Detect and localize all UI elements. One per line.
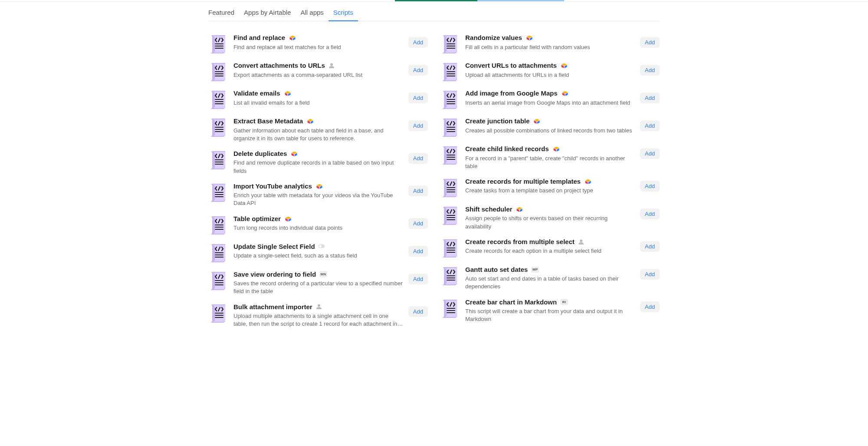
script-icon bbox=[208, 215, 228, 235]
script-description: This script will create a bar chart from… bbox=[465, 307, 635, 323]
script-title: Import YouTube analytics bbox=[233, 182, 312, 191]
script-card[interactable]: Create records from multiple selectCreat… bbox=[440, 234, 660, 262]
script-body: Create records for multiple templatesCre… bbox=[465, 177, 635, 195]
add-button[interactable]: Add bbox=[640, 37, 660, 48]
script-card[interactable]: Convert attachments to URLsExport attach… bbox=[208, 58, 428, 86]
script-icon bbox=[208, 61, 228, 82]
script-description: Export attachments as a comma-separated … bbox=[233, 71, 403, 79]
airtable-logo-icon bbox=[533, 118, 541, 124]
airtable-logo-icon bbox=[284, 90, 292, 96]
add-button[interactable]: Add bbox=[408, 246, 428, 257]
tab-scripts[interactable]: Scripts bbox=[329, 4, 358, 21]
script-title: Delete duplicates bbox=[233, 149, 287, 158]
script-icon bbox=[440, 117, 460, 138]
script-card[interactable]: Save view ordering to fieldMNSaves the r… bbox=[208, 267, 428, 299]
tab-all-apps[interactable]: All apps bbox=[296, 4, 328, 21]
add-button[interactable]: Add bbox=[408, 218, 428, 229]
script-body: Shift schedulerAssign people to shifts o… bbox=[465, 205, 635, 231]
script-card[interactable]: Bulk attachment importerUpload multiple … bbox=[208, 299, 428, 332]
script-icon bbox=[440, 177, 460, 198]
script-icon bbox=[208, 270, 228, 291]
script-card[interactable]: Import YouTube analyticsEnrich your tabl… bbox=[208, 178, 428, 211]
add-button[interactable]: Add bbox=[408, 93, 428, 103]
script-description: Assign people to shifts or events based … bbox=[465, 215, 635, 230]
add-button[interactable]: Add bbox=[640, 120, 660, 131]
script-card[interactable]: Create junction tableCreates all possibl… bbox=[440, 113, 660, 141]
script-description: Creates all possible combinations of lin… bbox=[465, 127, 635, 135]
add-button[interactable]: Add bbox=[408, 306, 428, 317]
script-card[interactable]: Add image from Google MapsInserts an aer… bbox=[440, 86, 660, 113]
script-body: Add image from Google MapsInserts an aer… bbox=[465, 89, 635, 107]
category-tabs: Featured Apps by Airtable All apps Scrip… bbox=[208, 4, 660, 21]
on-toggle-icon bbox=[319, 243, 325, 249]
script-title: Create records for multiple templates bbox=[465, 177, 581, 186]
add-button[interactable]: Add bbox=[640, 241, 660, 252]
add-button[interactable]: Add bbox=[640, 93, 660, 103]
script-card[interactable]: Shift schedulerAssign people to shifts o… bbox=[440, 202, 660, 234]
add-button[interactable]: Add bbox=[640, 148, 660, 159]
script-icon bbox=[208, 149, 228, 170]
script-title: Create junction table bbox=[465, 117, 529, 126]
script-body: Randomize valuesFill all cells in a part… bbox=[465, 33, 635, 51]
add-button[interactable]: Add bbox=[408, 185, 428, 196]
script-title: Bulk attachment importer bbox=[233, 303, 312, 311]
author-initials-badge: RI bbox=[560, 299, 568, 305]
add-button[interactable]: Add bbox=[408, 65, 428, 76]
script-card[interactable]: Create records for multiple templatesCre… bbox=[440, 174, 660, 202]
script-card[interactable]: Validate emailsList all invalid emails f… bbox=[208, 86, 428, 113]
script-icon bbox=[440, 145, 460, 165]
add-button[interactable]: Add bbox=[640, 65, 660, 76]
add-button[interactable]: Add bbox=[408, 274, 428, 284]
script-card[interactable]: Update Single Select FieldUpdate a singl… bbox=[208, 239, 428, 267]
tab-apps-by-airtable[interactable]: Apps by Airtable bbox=[239, 4, 296, 21]
script-body: Extract Base MetadataGather information … bbox=[233, 117, 403, 142]
airtable-logo-icon bbox=[560, 63, 568, 69]
script-body: Create records from multiple selectCreat… bbox=[465, 238, 635, 255]
script-icon bbox=[208, 303, 228, 324]
airtable-logo-icon bbox=[516, 206, 523, 212]
script-description: Fill all cells in a particular field wit… bbox=[465, 43, 635, 51]
add-button[interactable]: Add bbox=[640, 181, 660, 192]
script-title: Convert URLs to attachments bbox=[465, 61, 557, 70]
script-body: Update Single Select FieldUpdate a singl… bbox=[233, 242, 403, 260]
script-icon bbox=[208, 242, 228, 263]
script-body: Create bar chart in MarkdownRIThis scrip… bbox=[465, 298, 635, 324]
script-body: Create child linked recordsFor a record … bbox=[465, 145, 635, 170]
script-card[interactable]: Create child linked recordsFor a record … bbox=[440, 141, 660, 174]
add-button[interactable]: Add bbox=[640, 208, 660, 219]
script-title: Create child linked records bbox=[465, 145, 549, 153]
add-button[interactable]: Add bbox=[408, 153, 428, 164]
script-description: For a record in a "parent" table, create… bbox=[465, 155, 635, 170]
script-description: Update a single-select field, such as a … bbox=[233, 252, 403, 260]
script-card[interactable]: Convert URLs to attachmentsUpload all at… bbox=[440, 58, 660, 86]
script-description: Enrich your table with metadata for your… bbox=[233, 192, 403, 207]
script-card[interactable]: Extract Base MetadataGather information … bbox=[208, 113, 428, 146]
script-body: Delete duplicatesFind and remove duplica… bbox=[233, 149, 403, 175]
script-card[interactable]: Create bar chart in MarkdownRIThis scrip… bbox=[440, 294, 660, 327]
script-icon bbox=[440, 205, 460, 226]
script-icon bbox=[440, 298, 460, 319]
script-body: Table optimizerTurn long records into in… bbox=[233, 215, 403, 232]
script-card[interactable]: Gantt auto set datesMPAuto set start and… bbox=[440, 262, 660, 294]
script-icon bbox=[208, 117, 228, 138]
add-button[interactable]: Add bbox=[640, 301, 660, 312]
tab-featured[interactable]: Featured bbox=[208, 4, 239, 21]
script-body: Find and replaceFind and replace all tex… bbox=[233, 33, 403, 51]
scripts-grid: Find and replaceFind and replace all tex… bbox=[208, 30, 660, 331]
script-description: List all invalid emails for a field bbox=[233, 99, 403, 107]
script-title: Convert attachments to URLs bbox=[233, 61, 325, 70]
airtable-logo-icon bbox=[561, 90, 569, 96]
add-button[interactable]: Add bbox=[408, 37, 428, 48]
script-title: Create bar chart in Markdown bbox=[465, 298, 557, 307]
script-card[interactable]: Table optimizerTurn long records into in… bbox=[208, 211, 428, 239]
script-icon bbox=[440, 89, 460, 110]
script-icon bbox=[440, 238, 460, 258]
script-card[interactable]: Find and replaceFind and replace all tex… bbox=[208, 30, 428, 58]
add-button[interactable]: Add bbox=[640, 269, 660, 280]
script-icon bbox=[440, 61, 460, 82]
script-card[interactable]: Delete duplicatesFind and remove duplica… bbox=[208, 146, 428, 178]
script-card[interactable]: Randomize valuesFill all cells in a part… bbox=[440, 30, 660, 58]
add-button[interactable]: Add bbox=[408, 120, 428, 131]
script-body: Validate emailsList all invalid emails f… bbox=[233, 89, 403, 107]
script-title: Gantt auto set dates bbox=[465, 265, 528, 274]
